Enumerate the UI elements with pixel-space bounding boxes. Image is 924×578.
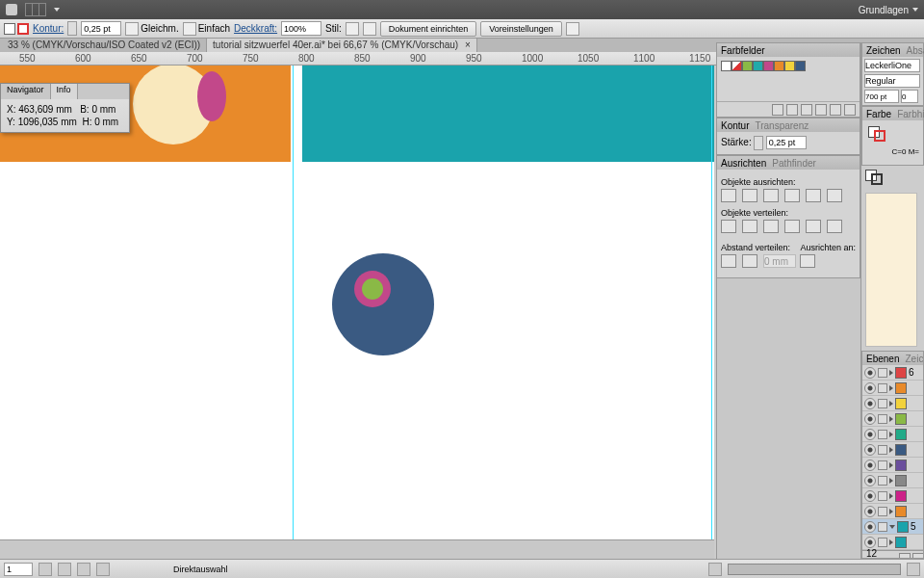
swatch[interactable] [784, 61, 795, 71]
layer-row[interactable] [862, 504, 923, 519]
lock-icon[interactable] [878, 522, 887, 532]
panel-layout-toggle[interactable] [25, 3, 46, 16]
dist-bottom-icon[interactable] [763, 220, 779, 233]
disclosure-icon[interactable] [889, 401, 893, 407]
visibility-icon[interactable] [864, 429, 876, 440]
document-tab-active[interactable]: tutorial sitzwuerfel 40er.ai* bei 66,67 … [207, 39, 477, 52]
visibility-icon[interactable] [864, 506, 876, 517]
stroke-weight-field[interactable] [766, 136, 807, 149]
disclosure-icon[interactable] [889, 525, 895, 529]
dist-left-icon[interactable] [784, 220, 800, 233]
new-swatch-icon[interactable] [830, 104, 841, 116]
disclosure-icon[interactable] [889, 493, 893, 499]
swatch-none[interactable] [732, 61, 742, 71]
visibility-icon[interactable] [864, 367, 876, 379]
stroke-weight-stepper[interactable] [754, 136, 763, 150]
layer-row[interactable] [862, 473, 923, 488]
artboard-nav-input[interactable] [4, 563, 33, 576]
transparency-tab[interactable]: Transparenz [755, 120, 808, 131]
chevron-down-icon[interactable] [54, 8, 60, 12]
document-tab[interactable]: 33 % (CMYK/Vorschau/ISO Coated v2 (ECI)) [2, 39, 207, 52]
dist-right-icon[interactable] [827, 220, 842, 233]
brush-width-icon[interactable] [125, 22, 139, 36]
layer-row[interactable] [862, 442, 923, 458]
visibility-icon[interactable] [864, 490, 876, 502]
scroll-right-icon[interactable] [907, 563, 920, 576]
align-right-icon[interactable] [763, 189, 779, 202]
navigator-tab[interactable]: Navigator [1, 84, 51, 99]
opacity-input[interactable] [281, 21, 321, 36]
first-artboard-icon[interactable] [38, 563, 52, 576]
lock-icon[interactable] [878, 491, 887, 501]
swatch[interactable] [763, 61, 774, 71]
trash-icon[interactable] [844, 104, 856, 116]
disclosure-icon[interactable] [889, 416, 893, 422]
disclosure-icon[interactable] [889, 509, 893, 514]
layer-row[interactable] [862, 396, 923, 411]
swatch[interactable] [795, 61, 806, 71]
lock-icon[interactable] [878, 368, 887, 378]
stroke-tab[interactable]: Kontur [721, 120, 749, 131]
workspace-switcher[interactable]: Grundlagen [859, 5, 909, 15]
stroke-label[interactable]: Kontur: [33, 23, 64, 34]
visibility-icon[interactable] [864, 460, 876, 471]
fill-stroke-indicator[interactable] [865, 170, 885, 185]
dist-space-v-icon[interactable] [721, 254, 736, 268]
brush-style-icon[interactable] [183, 22, 196, 36]
lock-icon[interactable] [878, 445, 887, 455]
document-setup-button[interactable]: Dokument einrichten [380, 21, 477, 37]
visibility-icon[interactable] [864, 382, 876, 394]
scroll-left-icon[interactable] [708, 563, 722, 576]
font-family-input[interactable] [864, 59, 920, 72]
preferences-button[interactable]: Voreinstellungen [480, 21, 562, 37]
align-to-selection-icon[interactable] [800, 254, 815, 268]
lock-icon[interactable] [878, 414, 887, 424]
dist-top-icon[interactable] [721, 220, 736, 233]
opacity-label[interactable]: Deckkraft: [234, 23, 277, 34]
info-panel[interactable]: Navigator Info X: 463,609 mm B: 0 mm Y: … [0, 83, 130, 133]
swatch[interactable] [774, 61, 784, 71]
swatch[interactable] [742, 61, 753, 71]
align-hcenter-icon[interactable] [742, 189, 757, 202]
swatch-kind-icon[interactable] [786, 104, 798, 116]
lock-icon[interactable] [878, 430, 887, 439]
align-left-icon[interactable] [721, 189, 736, 202]
layer-row[interactable] [862, 458, 923, 473]
visibility-icon[interactable] [864, 398, 876, 409]
swatch[interactable] [721, 61, 732, 71]
disclosure-icon[interactable] [889, 385, 893, 391]
disclosure-icon[interactable] [889, 478, 893, 484]
prev-artboard-icon[interactable] [58, 563, 71, 576]
disclosure-icon[interactable] [889, 539, 893, 545]
visibility-icon[interactable] [864, 475, 876, 486]
stroke-stepper[interactable] [67, 21, 77, 36]
stroke-weight-input[interactable] [81, 21, 121, 36]
layer-row[interactable] [862, 427, 923, 442]
align-bottom-icon[interactable] [827, 189, 842, 202]
guide[interactable] [711, 66, 712, 539]
lock-icon[interactable] [878, 399, 887, 408]
align-options-icon[interactable] [566, 22, 579, 36]
fill-stroke-indicator[interactable] [868, 126, 887, 142]
disclosure-icon[interactable] [889, 370, 893, 376]
info-tab[interactable]: Info [51, 84, 78, 99]
layer-row[interactable]: 6 [862, 365, 923, 381]
lock-icon[interactable] [878, 460, 887, 470]
layer-row[interactable] [862, 381, 923, 396]
lock-icon[interactable] [878, 383, 887, 393]
visibility-icon[interactable] [864, 413, 876, 425]
recolor-icon[interactable] [363, 22, 376, 36]
color-tab[interactable]: Farbe [866, 109, 891, 119]
graphic-style-picker[interactable] [346, 22, 359, 36]
character-tab[interactable]: Zeichen [866, 45, 901, 56]
layer-row[interactable] [862, 488, 923, 504]
disclosure-icon[interactable] [889, 462, 893, 468]
guide[interactable] [293, 66, 294, 539]
layers-tab[interactable]: Ebenen [866, 354, 899, 364]
visibility-icon[interactable] [864, 521, 876, 533]
disclosure-icon[interactable] [889, 432, 893, 437]
stroke-swatch[interactable] [17, 23, 29, 35]
align-tab[interactable]: Ausrichten [721, 158, 766, 169]
dist-space-h-icon[interactable] [742, 254, 757, 268]
dist-vcenter-icon[interactable] [742, 220, 757, 233]
